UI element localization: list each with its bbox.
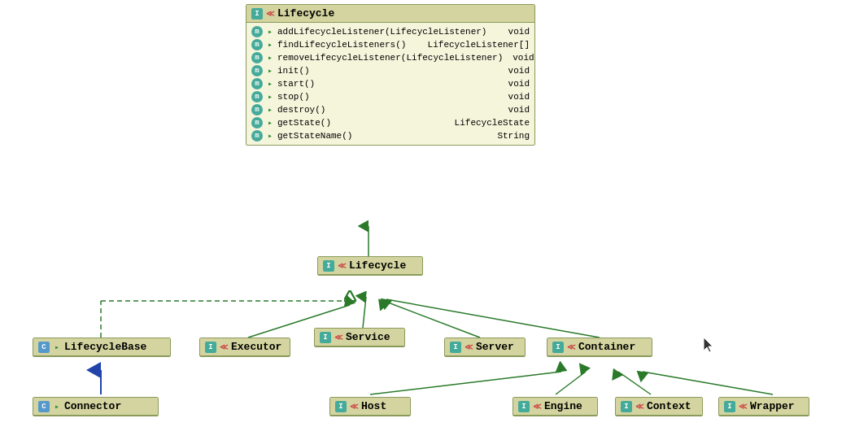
- method-start: m ▸ start() void: [251, 77, 530, 90]
- method-badge: m: [251, 78, 263, 89]
- wrapper-box: I ≪ Wrapper: [718, 397, 809, 416]
- lifecycle-interface-body: m ▸ addLifecycleListener(LifecycleListen…: [246, 23, 534, 145]
- vis: ≪: [350, 403, 358, 411]
- vis: ≪: [635, 403, 643, 411]
- server-label: Server: [476, 341, 514, 353]
- vis: ▸: [266, 119, 274, 127]
- executor-label: Executor: [231, 341, 281, 353]
- interface-badge: I: [518, 401, 530, 412]
- interface-badge: I: [724, 401, 735, 412]
- vis: ▸: [266, 54, 274, 62]
- method-getState: m ▸ getState() LifecycleState: [251, 116, 530, 129]
- vis: ≪: [334, 333, 342, 342]
- class-badge: C: [38, 401, 50, 412]
- context-label: Context: [647, 400, 691, 412]
- executor-header: I ≪ Executor: [200, 338, 290, 356]
- vis: ▸: [266, 41, 274, 49]
- method-badge: m: [251, 52, 263, 63]
- lifecycle-small-box: I ≪ Lifecycle: [317, 256, 423, 276]
- vis: ≪: [465, 343, 473, 351]
- svg-line-13: [618, 372, 651, 394]
- wrapper-label: Wrapper: [750, 400, 795, 412]
- vis: ▸: [266, 67, 274, 75]
- vis: ▸: [53, 403, 61, 411]
- connector-box: C ▸ Connector: [33, 397, 159, 416]
- lifecycle-interface-header: I ≪ Lifecycle: [246, 5, 534, 23]
- vis: ▸: [266, 28, 274, 36]
- method-badge: m: [251, 26, 263, 37]
- method-badge: m: [251, 117, 263, 129]
- lifecyclebase-header: C ▸ LifecycleBase: [33, 338, 170, 356]
- lifecycle-interface-title: Lifecycle: [277, 7, 334, 20]
- lifecyclebase-box: C ▸ LifecycleBase: [33, 338, 171, 357]
- vis-icon: ≪: [266, 10, 274, 18]
- svg-marker-15: [704, 338, 713, 352]
- interface-badge: I: [552, 342, 564, 353]
- vis: ▸: [266, 93, 274, 101]
- vis: ≪: [533, 403, 541, 411]
- container-header: I ≪ Container: [547, 338, 652, 356]
- interface-badge: I: [251, 8, 263, 20]
- method-destroy: m ▸ destroy() void: [251, 103, 530, 116]
- host-header: I ≪ Host: [330, 398, 410, 416]
- method-badge: m: [251, 104, 263, 115]
- connector-header: C ▸ Connector: [33, 398, 158, 416]
- method-badge: m: [251, 39, 263, 50]
- method-findLifecycleListeners: m ▸ findLifecycleListeners() LifecycleLi…: [251, 38, 530, 51]
- context-box: I ≪ Context: [615, 397, 703, 416]
- server-box: I ≪ Server: [444, 338, 526, 357]
- vis: ≪: [567, 343, 575, 351]
- interface-badge: I: [323, 260, 334, 272]
- vis: ▸: [53, 343, 61, 351]
- vis: ≪: [220, 343, 228, 351]
- interface-badge: I: [320, 332, 331, 343]
- connector-label: Connector: [64, 400, 121, 412]
- svg-line-9: [386, 299, 600, 338]
- class-badge: C: [38, 342, 50, 353]
- method-addLifecycleListener: m ▸ addLifecycleListener(LifecycleListen…: [251, 25, 530, 38]
- lifecycle-interface-box: I ≪ Lifecycle m ▸ addLifecycleListener(L…: [246, 4, 535, 146]
- method-stop: m ▸ stop() void: [251, 90, 530, 103]
- container-label: Container: [578, 341, 635, 353]
- server-header: I ≪ Server: [445, 338, 525, 356]
- host-box: I ≪ Host: [329, 397, 411, 416]
- engine-box: I ≪ Engine: [513, 397, 598, 416]
- svg-line-12: [556, 372, 586, 394]
- service-label: Service: [346, 331, 390, 343]
- host-label: Host: [361, 400, 386, 412]
- method-getStateName: m ▸ getStateName() String: [251, 129, 530, 142]
- lifecyclebase-label: LifecycleBase: [64, 341, 146, 353]
- vis: ▸: [266, 106, 274, 114]
- svg-line-11: [370, 372, 561, 394]
- method-badge: m: [251, 130, 263, 142]
- method-badge: m: [251, 91, 263, 102]
- executor-box: I ≪ Executor: [199, 338, 290, 357]
- method-removeLifecycleListener: m ▸ removeLifecycleListener(LifecycleLis…: [251, 51, 530, 64]
- engine-header: I ≪ Engine: [513, 398, 597, 416]
- interface-badge: I: [450, 342, 461, 353]
- svg-line-7: [363, 297, 366, 328]
- vis: ▸: [266, 80, 274, 88]
- lifecycle-small-header: I ≪ Lifecycle: [318, 257, 422, 275]
- container-box: I ≪ Container: [547, 338, 652, 357]
- wrapper-header: I ≪ Wrapper: [719, 398, 809, 416]
- method-init: m ▸ init() void: [251, 64, 530, 77]
- vis: ≪: [739, 403, 747, 411]
- lifecycle-small-label: Lifecycle: [349, 259, 406, 272]
- method-badge: m: [251, 65, 263, 76]
- interface-badge: I: [205, 342, 216, 353]
- vis: ▸: [266, 132, 274, 140]
- engine-label: Engine: [544, 400, 582, 412]
- vis: ≪: [338, 262, 346, 270]
- interface-badge: I: [335, 401, 347, 412]
- interface-badge: I: [621, 401, 632, 412]
- mouse-cursor: [704, 338, 713, 352]
- service-header: I ≪ Service: [315, 329, 404, 346]
- svg-line-14: [643, 372, 773, 394]
- context-header: I ≪ Context: [616, 398, 702, 416]
- service-box: I ≪ Service: [314, 328, 405, 347]
